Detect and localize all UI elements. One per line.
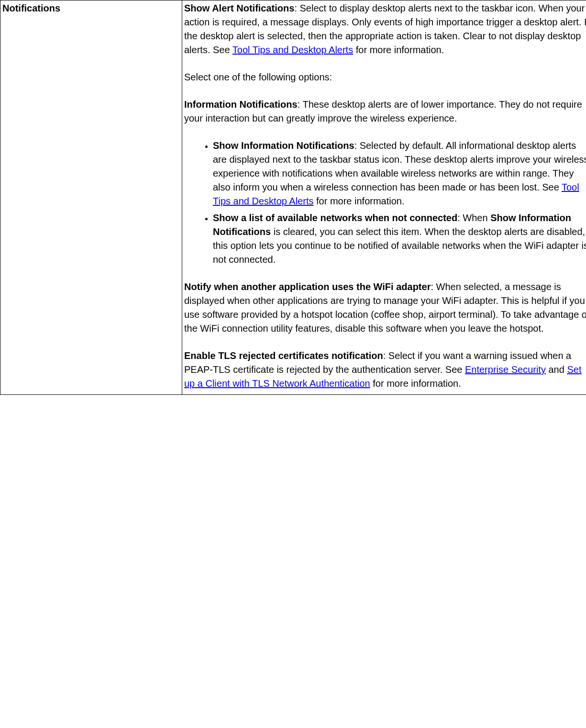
- text: for more information.: [370, 378, 461, 389]
- show-alert-notifications-label: Show Alert Notifications: [184, 3, 294, 13]
- information-notifications-label: Information Notifications: [184, 99, 298, 110]
- show-info-notifications-label: Show Information Notifications: [213, 140, 354, 151]
- notifications-heading: Notifications: [2, 3, 60, 13]
- notify-another-app-paragraph: Notify when another application uses the…: [184, 280, 586, 336]
- enterprise-security-link[interactable]: Enterprise Security: [465, 364, 546, 375]
- text: for more information.: [353, 45, 444, 55]
- info-notifications-list: Show Information Notifications: Selected…: [184, 139, 586, 267]
- text: for more information.: [313, 196, 404, 206]
- select-options-paragraph: Select one of the following options:: [184, 70, 586, 84]
- text: and: [546, 364, 567, 375]
- notify-another-app-label: Notify when another application uses the…: [184, 281, 431, 292]
- enable-tls-label: Enable TLS rejected certificates notific…: [184, 350, 383, 361]
- list-item: Show Information Notifications: Selected…: [213, 139, 586, 208]
- tool-tips-link[interactable]: Tool Tips and Desktop Alerts: [232, 45, 353, 55]
- show-list-networks-label: Show a list of available networks when n…: [213, 213, 457, 223]
- list-item: Show a list of available networks when n…: [213, 211, 586, 267]
- enable-tls-paragraph: Enable TLS rejected certificates notific…: [184, 349, 586, 391]
- text: : When: [457, 213, 490, 223]
- information-notifications-paragraph: Information Notifications: These desktop…: [184, 98, 586, 125]
- show-alert-notifications-paragraph: Show Alert Notifications: Select to disp…: [184, 1, 586, 57]
